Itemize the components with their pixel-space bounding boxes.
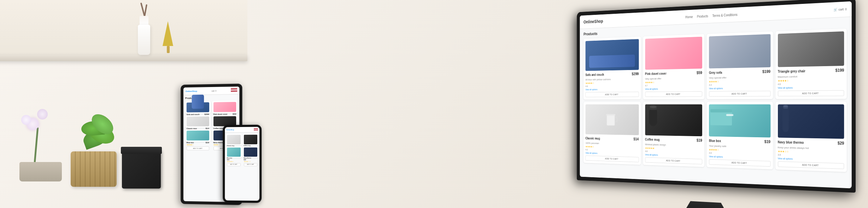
- phone-flag-icon: [254, 128, 258, 131]
- basket-texture: [71, 151, 117, 187]
- phone-stars: ★★★☆☆: [244, 161, 257, 162]
- phone-img-mug: [227, 135, 240, 144]
- svg-rect-8: [782, 107, 788, 132]
- product-card-coffee-mug: Coffee mug $19 Minimal plastic design ★★…: [643, 102, 704, 167]
- tablet-product-mug: Classic mug $14 ★★★★☆ ADD TO CART: [185, 115, 211, 128]
- shelf: [0, 55, 247, 61]
- phone-product-mug: Classic mug $14 ★★★★☆ ADD TO CART: [226, 134, 241, 145]
- svg-rect-6: [710, 109, 732, 112]
- product-image-mug: [586, 104, 639, 135]
- svg-rect-2: [649, 108, 657, 126]
- product-name: Coffee mug: [645, 138, 659, 141]
- view-options-link[interactable]: View all options: [709, 155, 770, 159]
- product-price: $59: [697, 70, 702, 75]
- product-name: Grey sofa: [709, 71, 722, 75]
- tablet-logo: OnlineShop: [186, 90, 197, 92]
- product-price: $19: [764, 139, 770, 144]
- add-to-cart-button[interactable]: ADD TO CART: [586, 92, 639, 97]
- phone-content: Classic mug $14 ★★★★☆ ADD TO CART Coffee…: [225, 133, 259, 159]
- shop-logo: OnlineShop: [583, 19, 603, 24]
- shelf-back: [0, 0, 247, 56]
- tablet-product-sofa: Sofa and couch $299 ★★★★☆ ADD TO CART: [185, 101, 211, 114]
- product-image-grey-sofa: [709, 34, 770, 68]
- tree-top: [163, 21, 173, 46]
- product-card-grey-sofa: Grey sofa $199 Very special offer ★★★★☆ …: [707, 31, 773, 99]
- scene: OnlineShop Home Products Terms & Conditi…: [0, 0, 868, 208]
- view-options-link[interactable]: View all options: [586, 88, 639, 91]
- product-desc: Very special offer: [709, 75, 770, 79]
- mug-image: [586, 104, 639, 135]
- phone-screen: OnlineShop Classic mug $14 ★★★★☆ ADD TO …: [225, 127, 259, 201]
- view-options-link[interactable]: View all options: [778, 86, 844, 89]
- phone-img-blue-box: [227, 148, 240, 157]
- rating-value: 4.6: [778, 82, 844, 86]
- tablet-product-duvet: Pink duvet cover $59 ★★★★☆ ADD TO CART: [212, 100, 237, 114]
- product-header: Grey sofa $199: [709, 69, 770, 76]
- blue-box-svg: [709, 104, 735, 127]
- product-price: $199: [835, 68, 844, 73]
- product-desc: 100% porcelain: [586, 142, 639, 146]
- product-name: Triangle grey chair: [778, 69, 805, 74]
- tablet-product-blue-box: Blue box $19 ★★★★☆ ADD TO CART: [185, 129, 211, 142]
- product-header: Pink duvet cover $59: [645, 70, 702, 77]
- sofa-image: [586, 39, 639, 71]
- product-card-duvet: Pink duvet cover $59 Very special offer …: [643, 34, 704, 99]
- phone-product-thermo: Navy thermo $29 ★★★☆☆ ADD TO CART: [242, 146, 258, 158]
- add-to-cart-button[interactable]: ADD TO CART: [645, 157, 702, 164]
- svg-rect-1: [606, 114, 615, 115]
- product-desc: Very special offer: [645, 76, 702, 80]
- product-desc: All blue with yellow cushions: [586, 77, 639, 81]
- box-lid: [121, 147, 162, 154]
- nav-item-home[interactable]: Home: [685, 15, 693, 19]
- star-rating: ★★★★☆: [709, 80, 770, 83]
- product-image-duvet: [645, 37, 702, 70]
- product-price: $299: [632, 72, 639, 76]
- product-desc: Minimal plastic design: [645, 143, 702, 147]
- triangle-image: [778, 31, 844, 67]
- product-image-sofa: [586, 39, 639, 71]
- product-name: Navy blue thermo: [778, 140, 804, 145]
- tablet-add-to-cart-button[interactable]: ADD TO CART: [187, 146, 209, 150]
- product-price: $199: [762, 69, 770, 74]
- monitor-stand: [680, 201, 731, 208]
- view-options-link[interactable]: View all options: [778, 157, 844, 162]
- view-options-link[interactable]: View all options: [709, 87, 770, 89]
- vase: [134, 14, 154, 55]
- add-to-cart-button[interactable]: ADD TO CART: [709, 159, 770, 167]
- phone-product-coffee-mug: Coffee mug $19 ★★★★★ ADD TO CART: [242, 134, 258, 145]
- orchid-stem: [34, 127, 39, 163]
- monitor-display: OnlineShop Home Products Terms & Conditi…: [580, 1, 852, 189]
- view-options-link[interactable]: View all options: [645, 154, 702, 157]
- product-desc: Your jewelry safe: [709, 144, 770, 149]
- add-to-cart-button[interactable]: ADD TO CART: [778, 161, 844, 169]
- product-desc: Maximum comfort: [778, 74, 844, 78]
- nav-item-products[interactable]: Products: [697, 14, 708, 18]
- view-options-link[interactable]: View all options: [645, 87, 702, 90]
- phone-add-to-cart-button[interactable]: ADD TO CART: [227, 163, 240, 166]
- product-card-thermo: Navy blue thermo $29 Keep your drinks al…: [775, 102, 847, 172]
- product-header: Triangle grey chair $199: [778, 68, 844, 75]
- add-to-cart-button[interactable]: ADD TO CART: [645, 91, 702, 97]
- logo-dark-text: Shop: [594, 19, 603, 24]
- nav-item-terms[interactable]: Terms & Conditions: [712, 13, 738, 18]
- product-header: Blue box $19: [709, 138, 770, 145]
- products-grid-row1: Sofa and couch $299 All blue with yellow…: [583, 28, 847, 99]
- phone-img-thermo: [244, 147, 257, 157]
- cart-icon-wrap[interactable]: 🛒 cart: 0: [834, 7, 847, 12]
- svg-rect-5: [710, 111, 732, 126]
- monitor-screen: OnlineShop Home Products Terms & Conditi…: [577, 0, 856, 193]
- add-to-cart-button[interactable]: ADD TO CART: [709, 91, 770, 97]
- shop-interface: OnlineShop Home Products Terms & Conditi…: [580, 1, 852, 189]
- view-options-link[interactable]: View all options: [586, 152, 639, 155]
- product-card-triangle: Triangle grey chair $199 Maximum comfort…: [775, 28, 847, 99]
- add-to-cart-button[interactable]: ADD TO CART: [586, 155, 639, 162]
- orchid-flower: [21, 115, 31, 125]
- svg-rect-0: [606, 115, 615, 126]
- tablet-img-mug: [187, 116, 209, 126]
- star-rating: ★★★★☆: [645, 80, 702, 84]
- product-price: $19: [697, 138, 702, 143]
- phone-add-to-cart-button[interactable]: ADD TO CART: [244, 163, 257, 166]
- add-to-cart-button[interactable]: ADD TO CART: [778, 90, 844, 96]
- orchid-pot: [19, 162, 62, 181]
- svg-point-4: [650, 106, 657, 108]
